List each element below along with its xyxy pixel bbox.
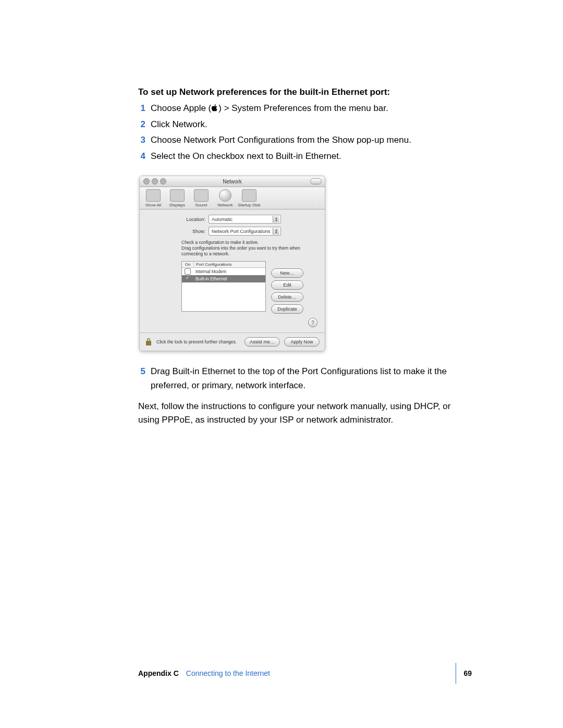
step-text: Choose Network Port Configurations from … bbox=[151, 133, 411, 147]
step-5: 5 Drag Built-in Ethernet to the top of t… bbox=[138, 365, 472, 392]
window-title: Network bbox=[140, 179, 325, 184]
lock-text: Click the lock to prevent further change… bbox=[156, 339, 240, 344]
step-text: Choose Apple ( ) > System Preferences fr… bbox=[151, 102, 388, 116]
toolbar-displays[interactable]: Displays bbox=[168, 189, 187, 207]
closing-paragraph: Next, follow the instructions to configu… bbox=[138, 400, 472, 427]
step-number: 2 bbox=[138, 118, 145, 131]
step-3: 3 Choose Network Port Configurations fro… bbox=[138, 133, 472, 147]
appendix-title: Connecting to the Internet bbox=[186, 669, 270, 677]
step-1: 1 Choose Apple ( ) > System Preferences … bbox=[138, 102, 472, 116]
page-footer: Appendix C Connecting to the Internet 69 bbox=[138, 663, 472, 684]
location-select[interactable]: Automatic ▲▼ bbox=[209, 215, 281, 224]
toolbar-startup-disk[interactable]: Startup Disk bbox=[240, 189, 259, 207]
displays-icon bbox=[170, 189, 185, 202]
checkbox[interactable] bbox=[185, 268, 191, 275]
chevron-updown-icon: ▲▼ bbox=[273, 228, 279, 235]
list-item[interactable]: Built-in Ethernet bbox=[182, 275, 265, 282]
toolbar-network[interactable]: Network bbox=[216, 189, 235, 207]
col-name: Port Configurations bbox=[194, 262, 265, 267]
help-button[interactable]: ? bbox=[308, 318, 317, 327]
hint-text: Check a configuration to make it active.… bbox=[181, 240, 317, 257]
step-4: 4 Select the On checkbox next to Built-i… bbox=[138, 150, 472, 163]
toolbar-sound[interactable]: Sound bbox=[192, 189, 211, 207]
step-text: Drag Built-in Ethernet to the top of the… bbox=[151, 365, 472, 392]
new-button[interactable]: New… bbox=[271, 268, 303, 278]
step-number: 4 bbox=[138, 150, 145, 163]
toolbar-toggle-button[interactable] bbox=[310, 178, 322, 184]
location-label: Location: bbox=[147, 217, 205, 222]
step-number: 5 bbox=[138, 365, 145, 392]
step-text: Select the On checkbox next to Built-in … bbox=[151, 150, 341, 163]
edit-button[interactable]: Edit bbox=[271, 280, 303, 290]
step-text: Click Network. bbox=[151, 118, 207, 131]
toolbar-show-all[interactable]: Show All bbox=[144, 189, 163, 207]
section-heading: To set up Network preferences for the bu… bbox=[138, 86, 472, 98]
footer-divider bbox=[456, 663, 456, 684]
sound-icon bbox=[194, 189, 209, 202]
apple-icon bbox=[211, 102, 218, 116]
col-on: On bbox=[182, 262, 194, 267]
checkbox[interactable] bbox=[185, 276, 191, 282]
apply-now-button[interactable]: Apply Now bbox=[284, 337, 320, 347]
duplicate-button[interactable]: Duplicate bbox=[271, 304, 303, 314]
lock-icon[interactable] bbox=[145, 338, 152, 346]
step-number: 3 bbox=[138, 133, 145, 147]
assist-button[interactable]: Assist me… bbox=[244, 337, 280, 347]
list-item[interactable]: Internal Modem bbox=[182, 268, 265, 275]
appendix-label: Appendix C bbox=[138, 669, 179, 677]
window-titlebar: Network bbox=[140, 176, 325, 187]
chevron-updown-icon: ▲▼ bbox=[273, 216, 279, 223]
port-config-list[interactable]: On Port Configurations Internal Modem Bu… bbox=[181, 261, 266, 312]
step-2: 2 Click Network. bbox=[138, 118, 472, 131]
delete-button[interactable]: Delete… bbox=[271, 292, 303, 302]
step-number: 1 bbox=[138, 102, 145, 116]
show-select[interactable]: Network Port Configurations ▲▼ bbox=[209, 227, 281, 236]
network-icon bbox=[219, 189, 231, 202]
page-number: 69 bbox=[463, 669, 472, 677]
prefs-toolbar: Show All Displays Sound Network Startup … bbox=[140, 187, 325, 209]
network-prefs-window: Network Show All Displays Sound Network bbox=[139, 176, 325, 351]
startup-disk-icon bbox=[242, 189, 256, 202]
show-all-icon bbox=[146, 189, 161, 202]
show-label: Show: bbox=[147, 229, 205, 234]
